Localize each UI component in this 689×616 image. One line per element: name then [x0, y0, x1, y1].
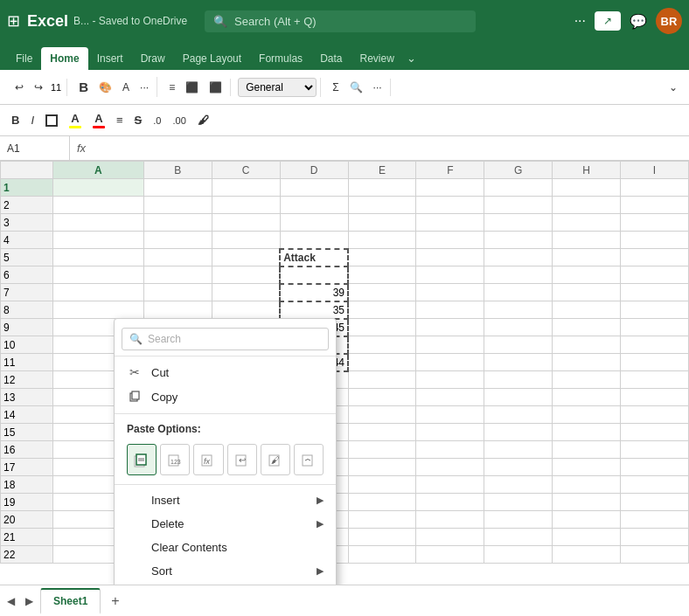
- more-options-button[interactable]: ···: [574, 13, 586, 29]
- name-box[interactable]: A1: [0, 136, 70, 160]
- cell-b1[interactable]: [143, 179, 212, 197]
- title-actions: ··· ↗ 💬 BR: [574, 8, 682, 34]
- next-sheet-button[interactable]: ▶: [22, 592, 37, 611]
- format-painter-button[interactable]: 🖌: [193, 111, 213, 129]
- paste-formatting-button[interactable]: 🖌: [261, 444, 290, 475]
- tab-page-layout[interactable]: Page Layout: [174, 47, 250, 70]
- sum-button[interactable]: Σ: [328, 79, 343, 96]
- delete-label: Delete: [151, 517, 184, 530]
- fill-format-button[interactable]: A: [65, 109, 86, 131]
- table-row: 20: [1, 511, 689, 529]
- zoom-button[interactable]: 🔍: [345, 79, 367, 96]
- italic-format-button[interactable]: I: [26, 111, 38, 129]
- fill-color-button[interactable]: 🎨: [94, 79, 116, 96]
- avatar[interactable]: BR: [656, 8, 682, 34]
- col-header-h[interactable]: H: [553, 162, 621, 179]
- decrease-decimal-button[interactable]: .0: [149, 113, 165, 128]
- excel-logo: Excel: [27, 12, 68, 31]
- formula-bar: A1 fx: [0, 136, 689, 161]
- col-header-e[interactable]: E: [348, 162, 416, 179]
- corner-header: [1, 162, 53, 179]
- paste-values-button[interactable]: 123: [160, 444, 190, 475]
- font-color-format-button[interactable]: A: [88, 109, 109, 131]
- tab-insert[interactable]: Insert: [88, 47, 132, 70]
- table-row: 835: [1, 301, 689, 319]
- cell-a1[interactable]: [53, 179, 144, 197]
- wrap-button[interactable]: ⬛: [181, 79, 203, 96]
- tab-draw[interactable]: Draw: [132, 47, 174, 70]
- grid-container: A B C D E F G H I 1 2 3 4 5Attack 6 739 …: [0, 161, 689, 585]
- cell-h1[interactable]: [553, 179, 621, 197]
- clear-contents-menu-item[interactable]: Clear Contents: [115, 536, 336, 559]
- sort-menu-item[interactable]: Sort ▶: [115, 559, 336, 583]
- font-size-label: 11: [49, 80, 63, 94]
- paste-default-button[interactable]: [127, 444, 157, 475]
- bold-button[interactable]: B: [74, 77, 93, 97]
- col-header-g[interactable]: G: [484, 162, 553, 179]
- tab-more-chevron[interactable]: ⌄: [403, 46, 420, 70]
- title-search-box[interactable]: 🔍 Search (Alt + Q): [205, 10, 476, 32]
- tab-home[interactable]: Home: [41, 47, 87, 70]
- undo-button[interactable]: ↩: [10, 79, 28, 96]
- more-toolbar-button[interactable]: ···: [369, 79, 386, 96]
- add-sheet-button[interactable]: +: [104, 590, 126, 613]
- redo-button[interactable]: ↪: [30, 79, 47, 96]
- merge-button[interactable]: ⬛: [205, 79, 226, 96]
- delete-menu-item[interactable]: Delete ▶: [115, 512, 336, 536]
- bold-format-button[interactable]: B: [7, 111, 24, 129]
- align-center-button[interactable]: ≡: [112, 111, 128, 129]
- sheet1-tab[interactable]: Sheet1: [40, 588, 101, 614]
- cell-i1[interactable]: [621, 179, 689, 197]
- comments-button[interactable]: 💬: [630, 13, 647, 30]
- grid-icon[interactable]: ⊞: [7, 11, 20, 31]
- increase-decimal-button[interactable]: .00: [168, 113, 190, 128]
- font-color-button[interactable]: A: [118, 79, 134, 96]
- col-header-f[interactable]: F: [416, 162, 484, 179]
- sort-label: Sort: [151, 564, 172, 578]
- alignment-button[interactable]: ≡: [164, 79, 179, 96]
- table-row: 22: [1, 546, 689, 564]
- table-row: 1: [1, 179, 689, 197]
- svg-rect-1: [132, 391, 139, 399]
- paste-link-button[interactable]: [294, 444, 324, 475]
- col-header-c[interactable]: C: [212, 162, 280, 179]
- insert-menu-item[interactable]: Insert ▶: [115, 488, 336, 512]
- paste-options-row: 123 fx ↩ 🖌: [115, 439, 336, 481]
- cell-e1[interactable]: [348, 179, 416, 197]
- col-header-i[interactable]: I: [621, 162, 689, 179]
- table-row: 945: [1, 319, 689, 336]
- col-header-a[interactable]: A: [53, 162, 144, 179]
- cut-menu-item[interactable]: ✂ Cut: [115, 360, 336, 384]
- paste-transpose-button[interactable]: ↩: [227, 444, 257, 475]
- alignment-group: ≡ ⬛ ⬛: [161, 79, 231, 96]
- prev-sheet-button[interactable]: ◀: [3, 592, 18, 611]
- tab-data[interactable]: Data: [311, 47, 351, 70]
- col-header-d[interactable]: D: [280, 162, 348, 179]
- col-header-b[interactable]: B: [143, 162, 212, 179]
- ribbon-tabs: File Home Insert Draw Page Layout Formul…: [0, 42, 689, 70]
- divider-1: [115, 356, 336, 356]
- table-row: 5Attack: [1, 249, 689, 266]
- cell-d1[interactable]: [280, 179, 348, 197]
- table-row: 14: [1, 406, 689, 424]
- cell-f1[interactable]: [416, 179, 484, 197]
- collapse-ribbon-button[interactable]: ⌄: [665, 79, 682, 96]
- paste-formula-button[interactable]: fx: [193, 444, 223, 475]
- ribbon-toolbar-row2: B I A A ≡ S .0 .00 🖌: [0, 105, 689, 136]
- share-button[interactable]: ↗: [595, 11, 621, 31]
- table-row: 6: [1, 266, 689, 284]
- paste-options-label: Paste Options:: [115, 418, 336, 439]
- strikethrough-button[interactable]: S: [130, 111, 147, 129]
- tab-review[interactable]: Review: [351, 47, 402, 70]
- borders-button[interactable]: [41, 112, 62, 129]
- context-menu-search[interactable]: 🔍 Search: [122, 328, 329, 350]
- tab-file[interactable]: File: [7, 47, 41, 70]
- more-font-button[interactable]: ···: [136, 79, 153, 96]
- table-row: 12: [1, 371, 689, 389]
- tab-formulas[interactable]: Formulas: [250, 47, 311, 70]
- number-format-select[interactable]: General: [238, 78, 317, 97]
- cell-g1[interactable]: [484, 179, 553, 197]
- copy-menu-item[interactable]: Copy: [115, 384, 336, 410]
- cell-c1[interactable]: [212, 179, 280, 197]
- context-menu: 🔍 Search ✂ Cut Copy Paste Options: 123: [114, 318, 337, 585]
